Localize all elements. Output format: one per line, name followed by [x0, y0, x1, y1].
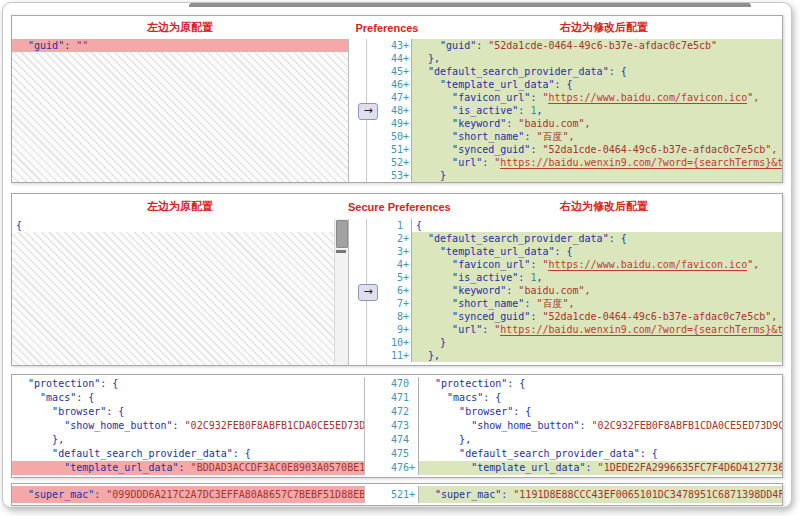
- code-text: "default_search_provider_data": {: [12, 447, 364, 461]
- line-number: 49+: [385, 117, 412, 130]
- code-text: "url": "https://baidu.wenxin9.com/?word=…: [412, 323, 782, 336]
- code-text: "template_url_data": {: [412, 78, 782, 91]
- code-text: {: [12, 219, 348, 232]
- code-line: "super_mac": "099DDD6A217C2A7DC3EFFA80A8…: [12, 486, 364, 503]
- empty-diff-filler: [12, 52, 348, 182]
- code-line: "macs": {: [12, 391, 364, 405]
- line-number: 5+: [385, 271, 412, 284]
- line-number: 11+: [385, 349, 412, 362]
- code-line: 7+ "short_name": "百度",: [385, 297, 782, 310]
- code-text: "browser": {: [419, 405, 782, 419]
- code-line: 53+ }: [385, 169, 782, 182]
- scrollbar-notch: [336, 250, 346, 253]
- line-number: 472: [373, 405, 419, 419]
- code-text: "guid": "52da1cde-0464-49c6-b37e-afdac0c…: [412, 39, 782, 52]
- code-text: "protection": {: [419, 377, 782, 391]
- code-text: "default_search_provider_data": {: [412, 232, 782, 245]
- line-number: 470: [373, 377, 419, 391]
- code-text: "short_name": "百度",: [412, 130, 782, 143]
- code-line: 473 "show_home_button": "02C932FEB0F8ABF…: [373, 419, 782, 433]
- code-line: "default_search_provider_data": {: [12, 447, 364, 461]
- vertical-scrollbar[interactable]: [334, 219, 348, 365]
- preferences-header: 左边为原配置 Preferences 右边为修改后配置: [12, 16, 782, 39]
- merge-right-arrow-button[interactable]: →: [358, 284, 378, 301]
- code-line: 46+ "template_url_data": {: [385, 78, 782, 91]
- protection-original-panel: "protection": { "macs": { "browser": { "…: [12, 377, 365, 475]
- line-number: 476+: [373, 461, 419, 475]
- code-text: },: [412, 52, 782, 65]
- line-number: 46+: [385, 78, 412, 91]
- file-title: Secure Preferences: [348, 201, 426, 213]
- line-number: 1: [385, 219, 412, 232]
- code-text: "synced_guid": "52da1cde-0464-49c6-b37e-…: [412, 310, 782, 323]
- code-text: {: [412, 219, 782, 232]
- code-text: "show_home_button": "02C932FEB0F8ABFB1CD…: [419, 419, 782, 433]
- line-number: 48+: [385, 104, 412, 117]
- code-line: 5+ "is_active": 1,: [385, 271, 782, 284]
- code-line: "protection": {: [12, 377, 364, 391]
- code-text: "protection": {: [12, 377, 364, 391]
- code-line: 475 "default_search_provider_data": {: [373, 447, 782, 461]
- diff-tool-window: 左边为原配置 Preferences 右边为修改后配置 "guid": "" →…: [2, 2, 792, 508]
- code-text: }: [412, 169, 782, 182]
- code-line: 50+ "short_name": "百度",: [385, 130, 782, 143]
- code-text: "favicon_url": "https://www.baidu.com/fa…: [412, 258, 782, 271]
- code-line: 49+ "keyword": "baidu.com",: [385, 117, 782, 130]
- code-line: 11+ },: [385, 349, 782, 362]
- left-panel-caption: 左边为原配置: [12, 20, 348, 35]
- line-number: 51+: [385, 143, 412, 156]
- diff-gutter: →: [349, 219, 385, 365]
- code-text: "super_mac": "099DDD6A217C2A7DC3EFFA80A8…: [12, 486, 364, 503]
- code-line: 3+ "template_url_data": {: [385, 245, 782, 258]
- file-title: Preferences: [348, 22, 426, 34]
- code-text: "keyword": "baidu.com",: [412, 117, 782, 130]
- merge-right-arrow-button[interactable]: →: [358, 103, 378, 120]
- code-line: 521+ "super_mac": "1191D8E88CCC43EF00651…: [373, 486, 782, 503]
- code-text: "favicon_url": "https://www.baidu.com/fa…: [412, 91, 782, 104]
- line-number: 521+: [373, 486, 419, 503]
- line-number: 474: [373, 433, 419, 447]
- secure-preferences-original-panel: {: [12, 219, 349, 365]
- code-text: "browser": {: [12, 405, 364, 419]
- line-number: 2+: [385, 232, 412, 245]
- line-number: 44+: [385, 52, 412, 65]
- code-line: 474 },: [373, 433, 782, 447]
- right-panel-caption: 右边为修改后配置: [426, 199, 782, 214]
- line-number: 43+: [385, 39, 412, 52]
- line-number: 9+: [385, 323, 412, 336]
- code-line: "show_home_button": "02C932FEB0F8ABFB1CD…: [12, 419, 364, 433]
- code-text: "guid": "": [12, 39, 348, 52]
- code-line: 476+ "template_url_data": "1DEDE2FA29966…: [373, 461, 782, 475]
- code-line: },: [12, 433, 364, 447]
- code-text: }: [412, 336, 782, 349]
- line-number: 47+: [385, 91, 412, 104]
- code-text: "synced_guid": "52da1cde-0464-49c6-b37e-…: [412, 143, 782, 156]
- code-line: 8+ "synced_guid": "52da1cde-0464-49c6-b3…: [385, 310, 782, 323]
- left-panel-caption: 左边为原配置: [12, 199, 348, 214]
- code-text: },: [412, 349, 782, 362]
- line-number: 45+: [385, 65, 412, 78]
- diff-gutter: →: [349, 39, 385, 182]
- code-text: },: [12, 433, 364, 447]
- line-number: 7+: [385, 297, 412, 310]
- code-line: 44+ },: [385, 52, 782, 65]
- code-text: },: [419, 433, 782, 447]
- code-line: 52+ "url": "https://baidu.wenxin9.com/?w…: [385, 156, 782, 169]
- code-line: 470 "protection": {: [373, 377, 782, 391]
- code-text: "template_url_data": {: [412, 245, 782, 258]
- line-number: 475: [373, 447, 419, 461]
- secure-preferences-modified-panel: 1 {2+ "default_search_provider_data": {3…: [385, 219, 782, 365]
- scrollbar-thumb[interactable]: [336, 220, 348, 248]
- line-number: 3+: [385, 245, 412, 258]
- preferences-original-panel: "guid": "": [12, 39, 349, 182]
- line-number: 6+: [385, 284, 412, 297]
- code-line: 45+ "default_search_provider_data": {: [385, 65, 782, 78]
- code-text: "super_mac": "1191D8E88CCC43EF0065101DC3…: [419, 486, 782, 503]
- code-line: "guid": "": [12, 39, 348, 52]
- line-number: 4+: [385, 258, 412, 271]
- code-text: "default_search_provider_data": {: [419, 447, 782, 461]
- code-line: 43+ "guid": "52da1cde-0464-49c6-b37e-afd…: [385, 39, 782, 52]
- diff-gutter: [365, 377, 373, 475]
- code-text: "url": "https://baidu.wenxin9.com/?word=…: [412, 156, 782, 169]
- code-line: "browser": {: [12, 405, 364, 419]
